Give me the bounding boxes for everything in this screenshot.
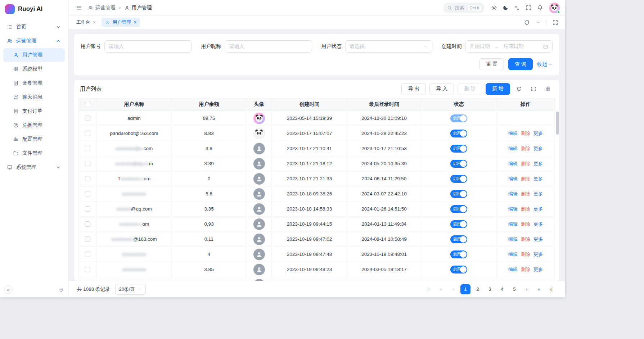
translate-button[interactable] — [512, 3, 522, 13]
sidebar-item-payment-orders[interactable]: 支付订单 — [3, 104, 65, 118]
row-checkbox[interactable] — [85, 191, 90, 196]
edit-link[interactable]: 编辑 — [508, 145, 518, 152]
tab-user-mgmt[interactable]: 用户管理× — [102, 18, 140, 27]
row-checkbox[interactable] — [85, 206, 90, 212]
filter-daterange[interactable]: 开始日期→结束日期 — [465, 40, 553, 53]
edit-link[interactable]: 编辑 — [508, 251, 518, 258]
row-checkbox[interactable] — [85, 267, 90, 272]
tabs-menu-button[interactable] — [533, 17, 544, 28]
more-link[interactable]: 更多 — [533, 206, 543, 212]
sidebar-item-user-mgmt[interactable]: 用户管理 — [3, 48, 65, 62]
sidebar-item-system[interactable]: 系统管理 — [3, 161, 65, 174]
delete-button[interactable]: 删 除 — [458, 83, 482, 95]
sidebar-item-operations[interactable]: 运营管理 — [3, 34, 65, 48]
pin-button[interactable] — [58, 287, 64, 293]
sidebar-item-exchange-mgmt[interactable]: 兑换管理 — [3, 118, 65, 132]
status-toggle[interactable]: 启用 — [450, 160, 467, 168]
edit-link[interactable]: 编辑 — [508, 236, 518, 243]
content-fullscreen-button[interactable] — [550, 17, 560, 28]
delete-link[interactable]: 删除 — [521, 145, 530, 152]
delete-link[interactable]: 删除 — [521, 206, 530, 212]
status-toggle[interactable]: 启用 — [450, 205, 467, 213]
breadcrumb-item[interactable]: 用户管理 — [124, 5, 152, 11]
page-button-3[interactable]: 3 — [485, 284, 495, 294]
more-link[interactable]: 更多 — [533, 266, 543, 273]
edit-link[interactable]: 编辑 — [508, 206, 518, 212]
status-toggle[interactable]: 启用 — [450, 281, 467, 281]
filter-input-1[interactable] — [109, 44, 187, 49]
tab-workbench[interactable]: 工作台× — [73, 18, 99, 27]
scrollbar-thumb[interactable] — [556, 112, 559, 135]
delete-link[interactable]: 删除 — [521, 236, 530, 243]
edit-link[interactable]: 编辑 — [508, 130, 518, 137]
edit-link[interactable]: 编辑 — [508, 161, 518, 167]
delete-link[interactable]: 删除 — [521, 191, 530, 197]
more-link[interactable]: 更多 — [533, 251, 543, 258]
sidebar-item-system-model[interactable]: 系统模型 — [3, 62, 65, 76]
table-scrollbar[interactable] — [556, 112, 559, 279]
bell-button[interactable] — [535, 3, 545, 13]
sidebar-item-chat-messages[interactable]: 聊天消息 — [3, 90, 65, 104]
sidebar-collapse-button[interactable]: « — [4, 285, 13, 294]
user-avatar-button[interactable] — [549, 3, 560, 13]
sidebar-item-file-mgmt[interactable]: 文件管理 — [3, 146, 65, 160]
global-search[interactable]: 搜索 Ctrl K — [443, 3, 485, 13]
status-toggle[interactable]: 启用 — [450, 114, 467, 122]
more-link[interactable]: 更多 — [533, 130, 543, 137]
page-size-select[interactable]: 20条/页 — [115, 284, 146, 295]
fullscreen-button[interactable] — [523, 3, 534, 13]
moon-button[interactable] — [500, 3, 511, 13]
prev-page-button[interactable]: ‹ — [448, 284, 458, 294]
sidebar-toggle-button[interactable] — [73, 3, 84, 13]
page-button-4[interactable]: 4 — [497, 284, 507, 294]
edit-link[interactable]: 编辑 — [508, 266, 518, 273]
status-toggle[interactable]: 启用 — [450, 250, 467, 258]
select-all-checkbox[interactable] — [85, 102, 90, 107]
filter-select-3[interactable]: 请选择 — [345, 40, 432, 53]
table-fullscreen-button[interactable] — [528, 83, 539, 94]
tabs-refresh-button[interactable] — [521, 17, 532, 28]
row-checkbox[interactable] — [85, 116, 90, 121]
delete-link[interactable]: 删除 — [521, 130, 530, 137]
add-button[interactable]: 新 增 — [486, 83, 510, 95]
status-toggle[interactable]: 启用 — [450, 175, 467, 183]
status-toggle[interactable]: 启用 — [450, 235, 467, 243]
last-page-button[interactable]: ›| — [546, 284, 556, 294]
status-toggle[interactable]: 启用 — [450, 220, 467, 228]
edit-link[interactable]: 编辑 — [508, 221, 518, 227]
status-toggle[interactable]: 启用 — [450, 266, 467, 274]
sidebar-item-package-mgmt[interactable]: 套餐管理 — [3, 76, 65, 90]
row-checkbox[interactable] — [85, 146, 90, 151]
row-checkbox[interactable] — [85, 131, 90, 136]
table-refresh-button[interactable] — [514, 83, 524, 94]
close-icon[interactable]: × — [93, 20, 96, 25]
page-button-1[interactable]: 1 — [460, 284, 470, 294]
status-toggle[interactable]: 启用 — [450, 190, 467, 198]
row-checkbox[interactable] — [85, 252, 90, 257]
row-checkbox[interactable] — [85, 236, 90, 242]
next-page-button[interactable]: › — [522, 284, 532, 294]
column-settings-button[interactable] — [542, 83, 553, 94]
status-toggle[interactable]: 启用 — [450, 145, 467, 153]
status-toggle[interactable]: 启用 — [450, 130, 467, 137]
row-checkbox[interactable] — [85, 161, 90, 166]
delete-link[interactable]: 删除 — [521, 266, 530, 273]
edit-link[interactable]: 编辑 — [508, 191, 518, 197]
delete-link[interactable]: 删除 — [521, 221, 530, 227]
row-checkbox[interactable] — [85, 221, 90, 227]
first-page-button[interactable]: |‹ — [424, 284, 434, 294]
more-link[interactable]: 更多 — [533, 161, 543, 167]
more-link[interactable]: 更多 — [533, 236, 543, 243]
reset-button[interactable]: 重 置 — [479, 58, 504, 70]
edit-link[interactable]: 编辑 — [508, 176, 518, 182]
filter-input-2[interactable] — [229, 44, 307, 49]
next-jump-button[interactable]: » — [534, 284, 544, 294]
prev-jump-button[interactable]: « — [436, 284, 446, 294]
delete-link[interactable]: 删除 — [521, 251, 530, 258]
more-link[interactable]: 更多 — [533, 145, 543, 152]
delete-link[interactable]: 删除 — [521, 161, 530, 167]
close-icon[interactable]: × — [134, 20, 136, 25]
page-button-2[interactable]: 2 — [473, 284, 483, 294]
more-link[interactable]: 更多 — [533, 176, 543, 182]
collapse-filter-link[interactable]: 收起 — [537, 61, 553, 68]
